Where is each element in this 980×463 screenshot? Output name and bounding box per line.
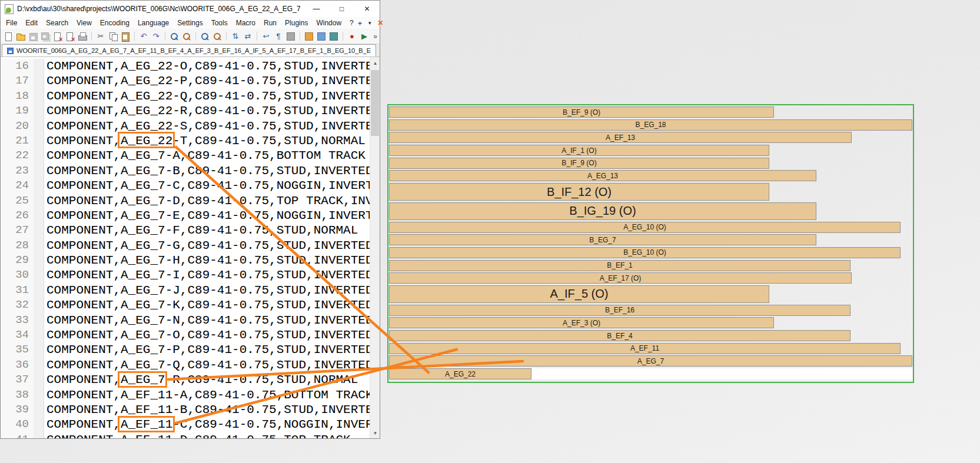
code-line[interactable]: COMPONENT,A_EG_7-O,C89-41-0.75,STUD,INVE…	[44, 328, 373, 342]
menu-settings[interactable]: Settings	[173, 18, 207, 28]
code-line[interactable]: COMPONENT,A_EG_7-C,C89-41-0.75,NOGGIN,IN…	[44, 178, 380, 193]
show-all-chars-icon[interactable]: ¶	[273, 31, 284, 42]
paste-icon[interactable]	[120, 31, 131, 42]
fold-margin	[34, 208, 44, 223]
line-number: 36	[1, 358, 34, 372]
line-number: 39	[1, 402, 34, 417]
document-map-icon[interactable]	[316, 31, 327, 42]
new-tab-button[interactable]: +	[358, 19, 363, 28]
code-line[interactable]: COMPONENT,A_EG_7-G,C89-41-0.75,STUD,INVE…	[44, 238, 373, 253]
panel-filler	[531, 368, 912, 379]
menu-window[interactable]: Window	[312, 18, 346, 28]
play-macro-icon[interactable]: ▶	[359, 31, 370, 42]
sync-vertical-icon[interactable]: ⇅	[230, 31, 241, 42]
minimize-button[interactable]: —	[304, 1, 329, 17]
code-line[interactable]: COMPONENT,A_EG_22-T,C89-41-0.75,STUD,NOR…	[44, 134, 366, 148]
fold-margin	[34, 59, 44, 74]
word-wrap-icon[interactable]: ↩	[261, 31, 271, 42]
menu-macro[interactable]: Macro	[232, 18, 260, 28]
function-list-icon[interactable]	[304, 31, 314, 42]
close-all-documents-icon[interactable]	[65, 31, 75, 42]
menu-plugins[interactable]: Plugins	[281, 18, 312, 28]
code-line[interactable]: COMPONENT,A_EG_22-S,C89-41-0.75,STUD,INV…	[44, 119, 380, 134]
line-number: 37	[1, 372, 34, 387]
code-line[interactable]: COMPONENT,A_EG_22-Q,C89-41-0.75,STUD,INV…	[44, 89, 380, 104]
panel-bar-label: B_EF_9 (O)	[563, 108, 600, 116]
scroll-down-arrow-icon[interactable]: ▼	[370, 428, 380, 438]
menu-run[interactable]: Run	[260, 18, 281, 28]
panel-bar-label: B_EF_4	[607, 332, 632, 340]
code-line[interactable]: COMPONENT,A_EF_11-D,C89-41-0.75,TOP TRAC…	[44, 432, 351, 438]
scroll-up-arrow-icon[interactable]: ▲	[370, 58, 380, 68]
editor[interactable]: 16COMPONENT,A_EG_22-O,C89-41-0.75,STUD,I…	[1, 57, 380, 438]
editor-row: 41COMPONENT,A_EF_11-D,C89-41-0.75,TOP TR…	[1, 432, 380, 438]
menu-file[interactable]: File	[2, 18, 21, 28]
editor-row: 32COMPONENT,A_EG_7-K,C89-41-0.75,STUD,IN…	[1, 298, 380, 312]
toolbar-overflow-chevron[interactable]: »	[373, 32, 377, 41]
code-line[interactable]: COMPONENT,A_EG_7-B,C89-41-0.75,STUD,INVE…	[44, 164, 373, 178]
menu-view[interactable]: View	[72, 18, 96, 28]
line-number: 31	[1, 283, 34, 298]
save-icon[interactable]	[28, 31, 38, 42]
indent-guide-icon[interactable]	[285, 31, 296, 42]
code-line[interactable]: COMPONENT,A_EF_11-A,C89-41-0.75,BOTTOM T…	[44, 388, 373, 402]
replace-icon[interactable]	[181, 31, 192, 42]
open-folder-icon[interactable]	[15, 31, 26, 42]
menu-help[interactable]: ?	[346, 18, 358, 28]
fold-margin	[34, 148, 44, 163]
code-line[interactable]: COMPONENT,A_EG_22-P,C89-41-0.75,STUD,INV…	[44, 74, 380, 88]
close-tab-icon[interactable]: ✕	[377, 19, 383, 27]
panel-bar-label: B_EG_18	[635, 121, 666, 129]
panel-bar-row: A_IF_1 (O)	[389, 145, 912, 156]
zoom-out-icon[interactable]	[212, 31, 222, 42]
code-line[interactable]: COMPONENT,A_EG_7-P,C89-41-0.75,STUD,INVE…	[44, 342, 373, 357]
code-line[interactable]: COMPONENT,A_EG_22-R,C89-41-0.75,STUD,INV…	[44, 104, 380, 118]
code-line[interactable]: COMPONENT,A_EG_22-O,C89-41-0.75,STUD,INV…	[44, 59, 380, 74]
panel-bar-label: A_EF_13	[606, 134, 635, 142]
code-line[interactable]: COMPONENT,A_EG_7-I,C89-41-0.75,STUD,INVE…	[44, 268, 373, 282]
code-line[interactable]: COMPONENT,A_EG_7-F,C89-41-0.75,STUD,NORM…	[44, 223, 358, 238]
menu-edit[interactable]: Edit	[21, 18, 42, 28]
toolbar-separator	[226, 32, 227, 41]
panel-bar-label: A_EF_3 (O)	[563, 319, 600, 327]
menu-tools[interactable]: Tools	[207, 18, 232, 28]
document-list-icon[interactable]	[328, 31, 339, 42]
vertical-scrollbar[interactable]: ▲ ▼	[370, 57, 380, 438]
new-file-icon[interactable]	[3, 31, 14, 42]
code-line[interactable]: COMPONENT,A_EG_7-Q,C89-41-0.75,STUD,INVE…	[44, 358, 373, 372]
maximize-button[interactable]: □	[329, 1, 354, 17]
code-line[interactable]: COMPONENT,A_EG_7-E,C89-41-0.75,NOGGIN,IN…	[44, 208, 380, 223]
undo-icon[interactable]: ↶	[138, 31, 149, 42]
tab-label: WOORITE_006G_A_EG_22_A_EG_7_A_EF_11_B_EF…	[16, 47, 371, 54]
cut-icon[interactable]: ✂	[95, 31, 106, 42]
code-line[interactable]: COMPONENT,A_EF_11-B,C89-41-0.75,STUD,INV…	[44, 402, 380, 417]
record-macro-icon[interactable]: ●	[347, 31, 357, 42]
copy-icon[interactable]	[108, 31, 118, 42]
redo-icon[interactable]: ↷	[151, 31, 161, 42]
menu-encoding[interactable]: Encoding	[96, 18, 134, 28]
code-line[interactable]: COMPONENT,A_EG_7-H,C89-41-0.75,STUD,INVE…	[44, 253, 373, 268]
menu-language[interactable]: Language	[134, 18, 173, 28]
code-line[interactable]: COMPONENT,A_EG_7-N,C89-41-0.75,STUD,INVE…	[44, 313, 373, 328]
code-line[interactable]: COMPONENT,A_EG_7-J,C89-41-0.75,STUD,INVE…	[44, 283, 373, 298]
tab-list-dropdown-icon[interactable]: ▼	[367, 21, 372, 26]
panel-bar-a-eg-10-o: A_EG_10 (O)	[389, 222, 901, 233]
tab-woorite-file[interactable]: WOORITE_006G_A_EG_22_A_EG_7_A_EF_11_B_EF…	[2, 44, 376, 56]
code-line[interactable]: COMPONENT,A_EG_7-D,C89-41-0.75,TOP TRACK…	[44, 194, 380, 208]
find-icon[interactable]	[169, 31, 180, 42]
zoom-in-icon[interactable]	[200, 31, 210, 42]
code-line[interactable]: COMPONENT,A_EG_7-K,C89-41-0.75,STUD,INVE…	[44, 298, 373, 312]
fold-margin	[34, 342, 44, 357]
fold-margin	[34, 238, 44, 253]
save-all-icon[interactable]	[40, 31, 51, 42]
code-line[interactable]: COMPONENT,A_EG_7-A,C89-41-0.75,BOTTOM TR…	[44, 148, 366, 163]
close-button[interactable]: ✕	[354, 1, 380, 17]
scrollbar-thumb[interactable]	[371, 70, 379, 136]
title-bar[interactable]: D:\vxbd\au\30\shared\projects\WOORITE_00…	[1, 1, 380, 17]
print-icon[interactable]	[77, 31, 88, 42]
code-line[interactable]: COMPONENT,A_EG_7-R,C89-41-0.75,STUD,NORM…	[44, 372, 358, 387]
sync-horizontal-icon[interactable]: ⇄	[242, 31, 253, 42]
menu-search[interactable]: Search	[42, 18, 72, 28]
code-line[interactable]: COMPONENT,A_EF_11-C,C89-41-0.75,NOGGIN,I…	[44, 417, 380, 432]
close-document-icon[interactable]	[52, 31, 63, 42]
